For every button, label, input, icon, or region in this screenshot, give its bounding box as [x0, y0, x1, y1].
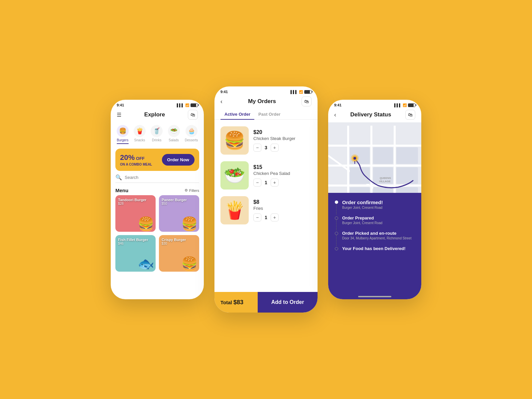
orders-title: My Orders: [248, 98, 276, 105]
svg-rect-13: [396, 167, 418, 184]
menu-title: Menu: [115, 188, 128, 193]
burger-emoji: 🍔: [224, 130, 245, 151]
cart-button-orders[interactable]: 🛍: [302, 96, 312, 106]
wifi-icon-r: 📶: [403, 103, 407, 107]
status-step-0: Order confirmed! Burger Joint, Cresent R…: [335, 200, 415, 209]
menu-item-1-emoji: 🍔: [181, 216, 198, 232]
total-label: Total: [220, 300, 232, 305]
order-item-0-name: Chicken Steak Burger: [253, 136, 312, 141]
order-item-2-image: 🍟: [220, 196, 249, 224]
menu-header: Menu ⚙ Filters: [111, 186, 204, 195]
cat-salads[interactable]: 🥗 Salads: [168, 125, 180, 144]
menu-item-3-info: Crispy Burger $30: [162, 238, 186, 245]
menu-item-3[interactable]: Crispy Burger $30 🍔: [159, 235, 199, 272]
cat-desserts[interactable]: 🧁 Desserts: [185, 125, 198, 144]
promo-percent: 20%: [120, 153, 135, 162]
cat-label-drinks: Drinks: [152, 138, 161, 142]
home-indicator: [358, 296, 391, 297]
promo-off: OFF: [136, 156, 145, 161]
delivery-header: ‹ Delivery Status 🛍: [328, 108, 421, 122]
step-line-2: [336, 235, 337, 246]
status-bar-left: 9:41 ▌▌▌ 📶: [111, 100, 204, 108]
step-title-1: Order Prepared: [342, 215, 382, 220]
add-to-order-button[interactable]: Add to Order: [258, 292, 318, 313]
cat-icon-drinks: 🥤: [151, 125, 163, 137]
qty-minus-2[interactable]: −: [253, 213, 261, 221]
explore-header: ☰ Explore 🛍: [111, 108, 204, 122]
filters-button[interactable]: ⚙ Filters: [185, 188, 199, 193]
menu-item-2-info: Fish Fillet Burger $46: [118, 238, 148, 245]
cart-button[interactable]: 🛍: [188, 110, 198, 120]
order-now-button[interactable]: Order Now: [162, 154, 195, 166]
signal-icon: ▌▌▌: [177, 103, 184, 107]
tab-past-order[interactable]: Past Order: [254, 109, 284, 119]
phone-orders: 9:41 ▌▌▌ 📶 ‹ My Orders 🛍 Active Order Pa…: [214, 86, 318, 313]
qty-control-1: − 1 +: [253, 179, 312, 187]
order-item-2: 🍟 $8 Fries − 1 +: [214, 193, 318, 228]
status-icons-center: ▌▌▌ 📶: [291, 90, 312, 94]
step-content-3: Your Food has been Delivered!: [342, 246, 405, 251]
menu-item-0-emoji: 🍔: [138, 216, 154, 232]
menu-grid: Tandoori Burger $28 🍔 Paneer Burger $50 …: [111, 195, 204, 272]
cat-label-desserts: Desserts: [185, 138, 198, 142]
menu-item-1-price: $50: [162, 202, 187, 205]
status-bar-center: 9:41 ▌▌▌ 📶: [214, 86, 318, 95]
total-amount: $83: [233, 299, 243, 306]
step-title-3: Your Food has been Delivered!: [342, 246, 405, 251]
back-button-delivery[interactable]: ‹: [334, 111, 336, 118]
category-nav: 🍔 Burgers 🍟 Snacks 🥤 Drinks 🥗 Salads 🧁 D…: [111, 122, 204, 145]
battery-icon-r: [408, 103, 415, 107]
cat-icon-salads: 🥗: [168, 125, 180, 137]
svg-point-21: [353, 157, 356, 160]
tab-active-order[interactable]: Active Order: [220, 109, 254, 119]
menu-item-2[interactable]: Fish Fillet Burger $46 🐟: [115, 235, 156, 272]
search-bar[interactable]: 🔍: [115, 174, 199, 183]
step-content-1: Order Prepared Burger Joint, Cresent Roa…: [342, 215, 382, 225]
cat-drinks[interactable]: 🥤 Drinks: [151, 125, 163, 144]
search-icon: 🔍: [115, 174, 122, 181]
menu-item-3-emoji: 🍔: [181, 256, 198, 272]
cat-icon-desserts: 🧁: [186, 125, 198, 137]
promo-text: 20% OFF ON A COMBO MEAL: [120, 153, 152, 166]
order-item-0-details: $20 Chicken Steak Burger − 3 +: [253, 129, 312, 152]
menu-item-1[interactable]: Paneer Burger $50 🍔: [159, 195, 199, 232]
status-icons-right: ▌▌▌ 📶: [394, 103, 415, 107]
cat-label-snacks: Snacks: [134, 138, 145, 142]
qty-minus-1[interactable]: −: [253, 179, 261, 187]
orders-header: ‹ My Orders 🛍: [214, 95, 318, 109]
menu-icon[interactable]: ☰: [117, 112, 121, 118]
status-time-center: 9:41: [220, 90, 228, 94]
search-input[interactable]: [125, 175, 199, 180]
menu-item-1-name: Paneer Burger: [162, 198, 187, 202]
back-button-orders[interactable]: ‹: [220, 98, 222, 105]
qty-plus-2[interactable]: +: [271, 213, 279, 221]
menu-item-0[interactable]: Tandoori Burger $28 🍔: [115, 195, 156, 232]
step-sub-1: Burger Joint, Cresent Road: [342, 221, 382, 225]
cat-burgers[interactable]: 🍔 Burgers: [117, 125, 129, 144]
qty-control-2: − 1 +: [253, 213, 312, 221]
menu-item-3-price: $30: [162, 242, 186, 245]
cat-icon-burgers: 🍔: [117, 125, 129, 137]
cat-label-salads: Salads: [169, 138, 179, 142]
promo-description: ON A COMBO MEAL: [120, 163, 152, 166]
menu-item-0-name: Tandoori Burger: [118, 198, 146, 202]
qty-plus-0[interactable]: +: [271, 144, 279, 152]
explore-title: Explore: [144, 111, 165, 118]
phone-delivery: 9:41 ▌▌▌ 📶 ‹ Delivery Status 🛍: [328, 100, 421, 299]
qty-plus-1[interactable]: +: [271, 179, 279, 187]
order-item-0-price: $20: [253, 129, 312, 135]
filters-label: Filters: [189, 189, 199, 193]
step-dot-2: [335, 232, 338, 235]
cat-icon-snacks: 🍟: [134, 125, 146, 137]
svg-rect-9: [373, 147, 393, 164]
cat-snacks[interactable]: 🍟 Snacks: [134, 125, 146, 144]
menu-item-2-emoji: 🐟: [138, 256, 154, 272]
status-time-right: 9:41: [334, 103, 341, 107]
signal-icon-c: ▌▌▌: [291, 90, 298, 94]
step-title-2: Order Picked and en-route: [342, 231, 411, 236]
step-sub-2: Door 34, Mulberry Apartment, Richmond St…: [342, 236, 411, 240]
qty-minus-0[interactable]: −: [253, 144, 261, 152]
order-item-0-image: 🍔: [220, 126, 249, 155]
cart-button-delivery[interactable]: 🛍: [405, 110, 415, 120]
menu-item-2-price: $46: [118, 242, 148, 245]
